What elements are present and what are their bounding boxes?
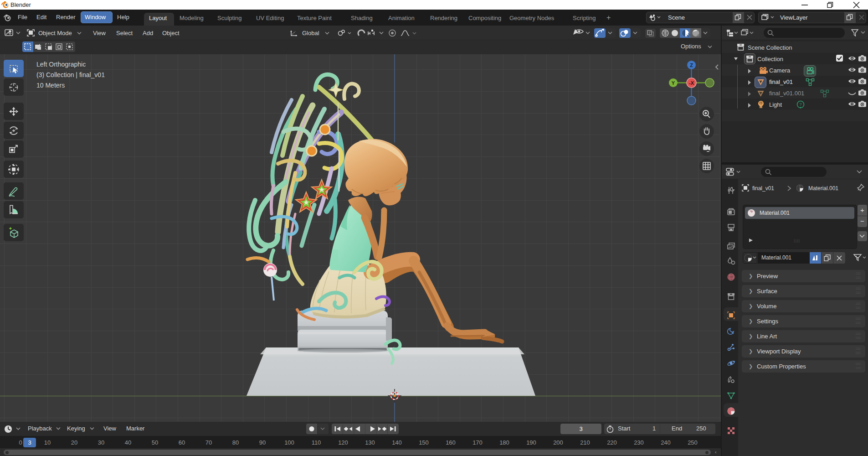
svg-text:10 Meters: 10 Meters	[36, 82, 65, 89]
svg-text:(3) Collection | final_v01: (3) Collection | final_v01	[36, 71, 105, 78]
svg-text:?: ?	[799, 102, 801, 107]
svg-text:Left Orthographic: Left Orthographic	[36, 61, 86, 68]
svg-text:Z: Z	[690, 62, 693, 68]
svg-text:-X: -X	[689, 80, 694, 86]
svg-text:Y: Y	[672, 80, 675, 86]
